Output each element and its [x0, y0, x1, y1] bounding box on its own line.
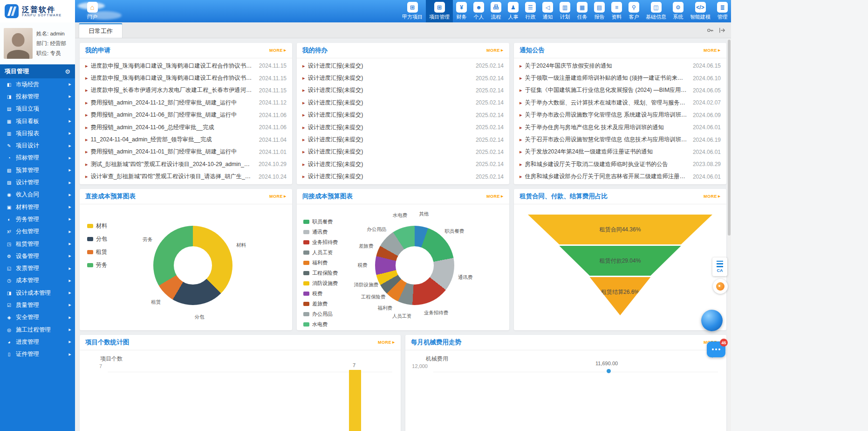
list-item[interactable]: ▸ 住房和城乡建设部办公厅关于同意吉林省开展二级建造师注册证书电子化试点... …: [519, 171, 721, 183]
app-logo[interactable]: 泛普软件 FANPU SOFTWARE: [0, 0, 75, 22]
more-link[interactable]: MORE ▶: [486, 194, 504, 199]
list-item[interactable]: ▸ 费用报销_admin_2024-11-01_部门经理审批_胡建_运行中 20…: [85, 146, 287, 158]
sidebar-menu-item[interactable]: ◈ 安全管理 ▶: [0, 312, 75, 324]
legend-item[interactable]: 租赁: [87, 248, 107, 256]
sidebar-menu-item[interactable]: ◉ 收入合同 ▶: [0, 189, 75, 201]
module-item[interactable]: ⚙ 系统: [670, 0, 687, 22]
sidebar-menu-item[interactable]: ✎ 项目设计 ▶: [0, 139, 75, 152]
list-item[interactable]: ▸ 关于领取一级注册建造师培训补贴的通知 (须持一建证书前来领取) 2024.0…: [519, 72, 721, 84]
list-item[interactable]: ▸ 设计进度汇报(未提交) 2025.02.14: [302, 84, 504, 97]
funnel-segment[interactable]: 租赁合同44.36%: [528, 215, 712, 244]
list-item[interactable]: ▸ 费用报销_admin_2024-11-06_部门经理审批_胡建_运行中 20…: [85, 109, 287, 121]
ca-login-widget[interactable]: CA: [712, 257, 727, 276]
module-item[interactable]: ¥ 财务: [453, 0, 470, 22]
legend-item[interactable]: 人员工资: [303, 249, 338, 256]
list-item[interactable]: ▸ 设计进度汇报(未提交) 2025.02.14: [302, 171, 504, 183]
list-item[interactable]: ▸ 11_2024-11-04_admin_经营部_领导审批__完成 2024.…: [85, 133, 287, 146]
legend-item[interactable]: 办公用品: [303, 311, 338, 318]
sidebar-menu-item[interactable]: ◨ 投标管理 ▶: [0, 90, 75, 103]
sidebar-menu-item[interactable]: ◐ 劳务管理 ▶: [0, 213, 75, 225]
more-link[interactable]: MORE ▶: [269, 48, 287, 53]
list-item[interactable]: ▸ 测试_彭祖新城"四馆"景观工程设计项目_2024-10-29_admin_结…: [85, 158, 287, 170]
list-item[interactable]: ▸ 设计进度汇报(未提交) 2025.02.14: [302, 158, 504, 170]
nav-portal[interactable]: ⌂ 门户: [75, 0, 109, 22]
list-item[interactable]: ▸ 设计进度汇报(未提交) 2025.02.14: [302, 109, 504, 121]
sidebar-menu-item[interactable]: ▦ 项目看板 ▶: [0, 115, 75, 127]
list-item[interactable]: ▸ 关于发放2024年第24批一级建造师注册证书的通知 2024.06.01: [519, 146, 721, 158]
list-item[interactable]: ▸ 费用报销_admin_2024-11-06_总经理审批__完成 2024.1…: [85, 121, 287, 133]
sidebar-menu-item[interactable]: ▨ 设计管理 ▶: [0, 176, 75, 188]
more-link[interactable]: MORE ▶: [378, 340, 395, 345]
tab-daily-work[interactable]: 日常工作: [79, 23, 123, 38]
list-item[interactable]: ▸ 进度款申报_珠海鹤港口建设_珠海鹤港口建设工程合作协议书_admin_...…: [85, 72, 287, 84]
module-item[interactable]: ◁ 通知: [539, 0, 556, 22]
list-item[interactable]: ▸ 关于召开市政公用设施智慧化管理信息 信息技术与应用培训班的通知 2024.0…: [519, 133, 721, 146]
legend-item[interactable]: 通讯费: [303, 229, 338, 236]
list-item[interactable]: ▸ 关于举办大数据、云计算技术在城市建设、规划、管理与服务中的应用培训班... …: [519, 97, 721, 109]
list-item[interactable]: ▸ 于征集《中国建筑施工行业信息化发展报告 (2024) —BIM应用与发展》材…: [519, 84, 721, 97]
float-ball-button[interactable]: [701, 310, 723, 331]
sidebar-menu-item[interactable]: ▥ 项目报表 ▶: [0, 127, 75, 139]
module-item[interactable]: ▤ 报告: [591, 0, 608, 22]
list-item[interactable]: ▸ 关于举办市政公用设施数字化管理信息 系统建设与应用培训班的通知 2024.0…: [519, 109, 721, 121]
module-item[interactable]: ≣ 管理: [714, 0, 731, 22]
sidebar-menu-item[interactable]: ◱ 发票管理 ▶: [0, 262, 75, 274]
list-item[interactable]: ▸ 设计进度汇报(未提交) 2025.02.14: [302, 60, 504, 72]
list-item[interactable]: ▸ 设计审查_彭祖新城"四馆"景观工程设计项目_请选择_胡广生_2024-10-…: [85, 171, 287, 183]
module-item[interactable]: ⚲ 客户: [625, 0, 642, 22]
sidebar-menu-item[interactable]: ☑ 质量管理 ▶: [0, 299, 75, 311]
collapse-icon[interactable]: [719, 27, 725, 34]
list-item[interactable]: ▸ 进度款申报_珠海鹤港口建设_珠海鹤港口建设工程合作协议书_admin_...…: [85, 60, 287, 72]
sidebar-menu-item[interactable]: ◎ 施工过程管理 ▶: [0, 324, 75, 336]
list-item[interactable]: ▸ 关于举办住房与房地产信息化 技术及应用培训班的通知 2024.06.01: [519, 121, 721, 133]
scrollbar-thumb[interactable]: [728, 40, 731, 236]
legend-item[interactable]: 福利费: [303, 259, 338, 266]
funnel-segment[interactable]: 租赁付款29.04%: [528, 246, 712, 276]
gear-icon[interactable]: ⚙: [65, 68, 70, 75]
more-link[interactable]: MORE ▶: [486, 48, 504, 53]
list-item[interactable]: ▸ 设计进度汇报(未提交) 2025.02.14: [302, 146, 504, 158]
assistant-widget[interactable]: [713, 279, 728, 294]
sidebar-menu-item[interactable]: ◕ 进度管理 ▶: [0, 336, 75, 348]
more-link[interactable]: MORE ▶: [269, 194, 287, 199]
legend-item[interactable]: 业务招待费: [303, 239, 338, 246]
module-item[interactable]: ⊞ 甲方项目: [399, 0, 426, 22]
list-item[interactable]: ▸ 进度款申报_长春市伊通河水力发电厂改建工程_长春市伊通河水力发电... 20…: [85, 84, 287, 97]
more-link[interactable]: MORE ▶: [704, 194, 721, 199]
sidebar-menu-item[interactable]: ⚙ 设备管理 ▶: [0, 250, 75, 262]
legend-item[interactable]: 劳务: [87, 261, 107, 269]
module-item[interactable]: </> 智能建模: [687, 0, 714, 22]
module-item[interactable]: 品 流程: [487, 0, 505, 22]
legend-item[interactable]: 工程保险费: [303, 270, 338, 277]
sidebar-menu-item[interactable]: ▣ 材料管理 ▶: [0, 201, 75, 213]
sidebar-menu-item[interactable]: x² 分包管理 ▶: [0, 226, 75, 238]
module-item[interactable]: ▥ 计划: [556, 0, 574, 22]
key-icon[interactable]: [707, 27, 713, 34]
list-item[interactable]: ▸ 费用报销_admin_2024-11-12_部门经理审批_胡建_运行中 20…: [85, 97, 287, 109]
module-item[interactable]: ⊞ 项目管理: [426, 0, 453, 22]
legend-item[interactable]: 分包: [87, 235, 107, 243]
module-item[interactable]: ≡ 资料: [608, 0, 625, 22]
module-item[interactable]: ◫ 基础信息: [642, 0, 670, 22]
list-item[interactable]: ▸ 设计进度汇报(未提交) 2025.02.14: [302, 133, 504, 146]
list-item[interactable]: ▸ 设计进度汇报(未提交) 2025.02.14: [302, 121, 504, 133]
more-link[interactable]: MORE ▶: [704, 48, 721, 53]
module-item[interactable]: ♟ 人事: [505, 0, 522, 22]
sidebar-menu-item[interactable]: ▧ 预算管理 ▶: [0, 164, 75, 176]
list-item[interactable]: ▸ 房和城乡建设厅关于取消二级建造师临时执业证书的公告 2023.08.29: [519, 158, 721, 170]
sidebar-menu-item[interactable]: ◨ 设计成本管理 ▶: [0, 287, 75, 299]
legend-item[interactable]: 水电费: [303, 321, 338, 328]
chat-button[interactable]: 45: [707, 341, 725, 357]
list-item[interactable]: ▸ 设计进度汇报(未提交) 2025.02.14: [302, 72, 504, 84]
list-item[interactable]: ▸ 关于2024年国庆节放假安排的通知 2024.06.15: [519, 60, 721, 72]
sidebar-menu-item[interactable]: ◳ 租赁管理 ▶: [0, 238, 75, 250]
module-item[interactable]: ▦ 任务: [574, 0, 591, 22]
module-item[interactable]: ☻ 个人: [470, 0, 487, 22]
funnel-segment[interactable]: 租赁结算26.6%: [528, 277, 712, 315]
legend-item[interactable]: 差旅费: [303, 300, 338, 307]
sidebar-menu-item[interactable]: ▯ 证件管理 ▶: [0, 348, 75, 361]
sidebar-menu-item[interactable]: ▤ 项目立项 ▶: [0, 103, 75, 115]
legend-item[interactable]: 消防设施费: [303, 280, 338, 287]
sidebar-menu-item[interactable]: ◔ 招标管理 ▶: [0, 152, 75, 164]
sidebar-menu-item[interactable]: ◧ 市场经营 ▶: [0, 78, 75, 90]
